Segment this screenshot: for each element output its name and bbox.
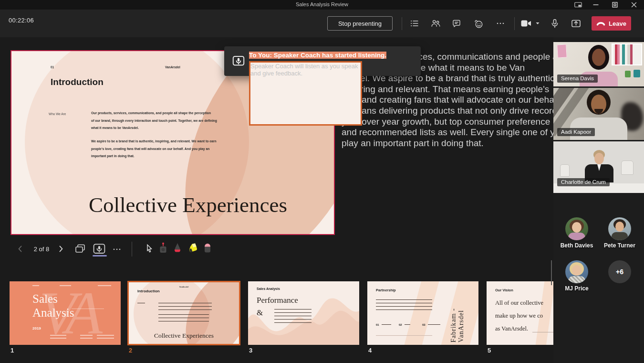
pen-tool-button[interactable] (173, 243, 182, 256)
thumbnail-slide-2-active[interactable]: VanArsdel Introduction Collective Experi… (127, 281, 240, 345)
person-face (572, 265, 582, 276)
more-options-button[interactable] (492, 16, 509, 31)
thumbnail-number: 5 (488, 347, 491, 354)
participants-panel: Serena Davis Aadi Kapoor Charlotte de Cr… (553, 37, 644, 363)
more-ellipsis-icon (112, 245, 122, 254)
thumbnail-number: 4 (368, 347, 372, 354)
slide-text-line: what it means to be VanArsdel. (91, 126, 249, 134)
avatar-name-label: Beth Davies (554, 242, 600, 249)
minimize-button[interactable] (588, 0, 604, 10)
meeting-toolbar: 00:22:06 Stop presenting (0, 10, 644, 37)
slide-heading: Introduction (51, 77, 104, 87)
overflow-participants-badge[interactable]: +6 (608, 260, 631, 283)
close-button[interactable] (626, 0, 642, 10)
video-tile-aadi[interactable]: Aadi Kapoor (553, 88, 644, 140)
toast-body: Speaker Coach will listen as you speak a… (249, 61, 362, 126)
more-tools-button[interactable] (112, 245, 122, 256)
background-chair (621, 160, 634, 175)
thumbnail-slide-4[interactable]: Partnership 01 02 03 Fabrikam - VanArsde… (367, 281, 478, 345)
video-tile-serena[interactable]: Serena Davis (553, 42, 644, 86)
pip-icon (574, 2, 582, 8)
laser-pointer-icon (158, 242, 168, 254)
chat-button[interactable] (448, 16, 465, 31)
thumbnail-slide-3[interactable]: Sales Analysis Performance & (248, 281, 359, 345)
person-face (594, 153, 604, 164)
thumb-text-placeholder (32, 285, 39, 287)
camera-icon (521, 20, 532, 27)
meeting-timer: 00:22:06 (9, 17, 34, 24)
avatar-mj[interactable] (565, 260, 588, 283)
thumb-text-placeholder (382, 324, 391, 326)
eraser-tool-button[interactable] (203, 243, 212, 256)
thumb-text-placeholder (376, 299, 432, 312)
thumb3-ampersand: & (257, 308, 263, 318)
maximize-button[interactable] (607, 0, 623, 10)
participants-button[interactable] (427, 16, 444, 31)
title-bar: Sales Analysis Review (0, 0, 644, 10)
thumb-text-placeholder (60, 285, 71, 287)
thumb-text-placeholder (428, 324, 440, 326)
pip-button[interactable] (570, 0, 586, 10)
slide-text-line: of our brand, through every interaction … (91, 119, 249, 127)
person-face (615, 222, 624, 232)
laser-pointer-tool-button[interactable] (158, 242, 168, 256)
slide-paragraph-2: We aspire to be a brand that is authenti… (91, 139, 249, 162)
participant-name-label: Aadi Kapoor (557, 128, 595, 136)
toast-title: To You: Speaker Coach has started listen… (249, 52, 386, 59)
avatar-name-label: MJ Price (554, 285, 600, 292)
thumb2-title: Collective Experiences (129, 332, 239, 340)
thumb-text-placeholder (158, 303, 212, 311)
highlighter-tool-button[interactable] (187, 243, 198, 256)
video-tile-charlotte[interactable]: Charlotte de Crum (553, 141, 644, 193)
participant-name-label: Serena Davis (557, 75, 598, 83)
notes-line: trust and creating fans that will advoca… (342, 95, 547, 106)
active-tool-indicator (93, 255, 107, 256)
slide-grid-button[interactable] (74, 244, 86, 256)
stop-presenting-button[interactable]: Stop presenting (327, 16, 393, 31)
red-pen-icon (173, 243, 182, 254)
meeting-notes-button[interactable] (406, 16, 423, 31)
mic-button[interactable] (547, 16, 563, 31)
slide-controls: 2 of 8 (0, 241, 334, 258)
thumb5-heading: Our Vision (495, 288, 513, 292)
previous-slide-button[interactable] (16, 245, 24, 255)
notes-line: play an important part in doing that. (342, 138, 547, 149)
tools-divider (132, 242, 132, 256)
next-slide-button[interactable] (57, 245, 65, 255)
shelf-object (625, 71, 631, 77)
minimize-icon (593, 2, 599, 8)
person-body (612, 232, 628, 240)
thumb1-year: 2019 (32, 326, 41, 331)
thumb1-title-line: Sales (32, 292, 74, 306)
thumbnail-number: 1 (10, 347, 14, 354)
teams-meeting-window: Sales Analysis Review 00:22:06 Stop pres… (0, 0, 644, 363)
wall-poster (557, 44, 567, 58)
thumb4-item-number: 02 (399, 323, 402, 326)
shelf-object (634, 70, 640, 77)
pointer-tool-button[interactable] (145, 244, 154, 256)
thumb-text-placeholder (158, 314, 209, 323)
hang-up-icon (596, 21, 605, 26)
avatar-pete[interactable] (608, 217, 631, 240)
thumb-text-placeholder (137, 303, 145, 304)
slide-grid-icon (74, 244, 86, 254)
reactions-button[interactable] (470, 16, 487, 31)
window-title: Sales Analysis Review (0, 1, 644, 7)
reactions-emoji-icon (473, 19, 484, 29)
bookshelf (612, 43, 642, 65)
thumb-text-placeholder (98, 285, 111, 287)
toolbar-divider (402, 17, 402, 30)
person-face (592, 49, 605, 66)
share-screen-button[interactable] (568, 16, 584, 31)
leave-button[interactable]: Leave (592, 16, 631, 31)
thumb1-title-line: Analysis (32, 306, 74, 320)
chevron-down-icon (535, 21, 540, 25)
speaker-coach-button[interactable] (93, 243, 106, 256)
avatar-beth[interactable] (565, 217, 588, 240)
maximize-icon (612, 2, 618, 8)
thumbnail-slide-1[interactable]: VA Sales Analysis 2019 (10, 281, 121, 345)
camera-button[interactable] (519, 16, 542, 31)
participants-scrollbar[interactable] (551, 260, 552, 285)
speaker-coach-toast[interactable]: To You: Speaker Coach has started listen… (224, 46, 421, 76)
slide-position: 2 of 8 (28, 246, 55, 253)
